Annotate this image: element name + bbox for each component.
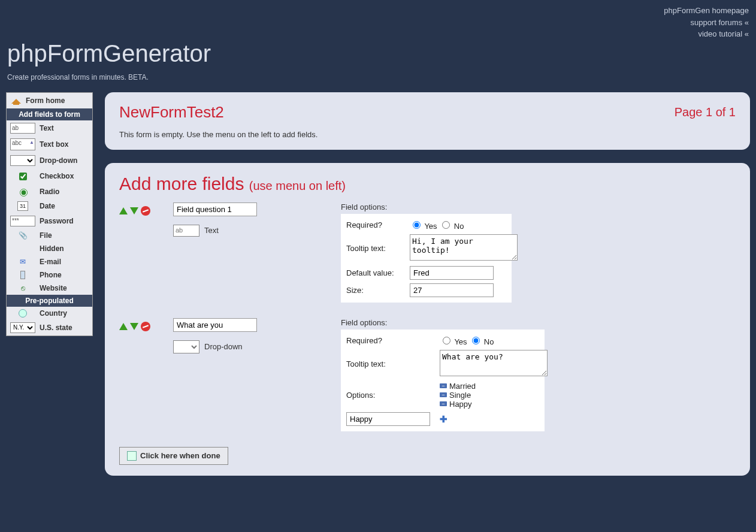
sidebar-item-email[interactable]: ✉ E-mail [7, 255, 92, 268]
option-item[interactable]: −Single [440, 391, 548, 400]
sidebar-item-label: Country [40, 309, 67, 318]
required-no[interactable]: No [469, 337, 494, 346]
done-button[interactable]: Click here when done [119, 447, 228, 465]
sidebar-item-checkbox[interactable]: Checkbox [7, 168, 92, 185]
page-subtitle: Create professional forms in minutes. BE… [7, 73, 756, 81]
move-up-icon[interactable] [119, 207, 128, 214]
add-fields-note: (use menu on left) [249, 179, 346, 192]
required-yes[interactable]: Yes [410, 222, 437, 231]
option-item[interactable]: −Happy [440, 400, 548, 409]
type-sample-icon [173, 340, 199, 353]
tooltip-input[interactable]: Hi, I am your tooltip! [410, 234, 518, 261]
text-sample-icon [10, 123, 35, 134]
add-option-icon[interactable]: ✚ [440, 414, 447, 421]
move-down-icon[interactable] [130, 207, 138, 214]
page-count: Page 1 of 1 [675, 105, 736, 119]
sidebar-item-radio[interactable]: Radio [7, 185, 92, 199]
password-sample-icon [10, 216, 35, 226]
calendar-icon: 31 [17, 201, 28, 211]
default-label: Default value: [346, 268, 406, 277]
home-icon [11, 96, 21, 105]
phone-icon [20, 271, 25, 279]
tooltip-label: Tooltip text: [346, 359, 436, 368]
required-label: Required? [346, 336, 436, 345]
link-homepage[interactable]: phpFormGen homepage [0, 5, 749, 17]
sidebar-item-label: Website [40, 284, 67, 292]
select-sample-icon [10, 155, 35, 166]
sidebar-item-label: E-mail [40, 258, 61, 266]
add-fields-title-text: Add more fields [119, 174, 244, 194]
field-options-label: Field options: [341, 202, 736, 211]
sidebar-item-textbox[interactable]: abc▲ Text box [7, 136, 92, 153]
new-option-input[interactable] [346, 412, 430, 426]
move-up-icon[interactable] [119, 323, 128, 330]
globe-icon [19, 309, 27, 318]
remove-option-icon[interactable]: − [440, 383, 447, 388]
sidebar-item-file[interactable]: 📎 File [7, 229, 92, 242]
textarea-sample-icon: abc▲ [10, 138, 35, 150]
field-row: ab Text Field options: Required? Yes No … [119, 202, 736, 303]
tooltip-input[interactable]: What are you? [440, 350, 548, 376]
sidebar-item-website[interactable]: ⎋ Website [7, 282, 92, 295]
form-title: NewFormTest2 [119, 103, 736, 122]
sidebar-item-label: Phone [40, 271, 62, 279]
sidebar-item-label: Text box [40, 140, 68, 149]
remove-option-icon[interactable]: − [440, 392, 447, 397]
sidebar-item-label: Text [40, 124, 54, 132]
options-label: Options: [346, 391, 436, 400]
sidebar-form-home-label: Form home [26, 96, 65, 105]
size-input[interactable] [410, 283, 494, 297]
move-down-icon[interactable] [130, 323, 138, 330]
add-fields-panel: Add more fields (use menu on left) ab Te… [105, 163, 750, 476]
sidebar-item-text[interactable]: Text [7, 120, 92, 136]
sidebar-item-label: Radio [40, 188, 59, 196]
sidebar-add-header: Add fields to form [7, 108, 92, 120]
type-label: Drop-down [204, 342, 243, 351]
page-title: phpFormGenerator [7, 40, 756, 67]
tooltip-label: Tooltip text: [346, 244, 406, 253]
add-fields-heading: Add more fields (use menu on left) [119, 174, 736, 194]
required-yes[interactable]: Yes [440, 337, 467, 346]
radio-sample-icon [20, 189, 28, 197]
sidebar-item-form-home[interactable]: Form home [7, 93, 92, 108]
sidebar-item-label: Checkbox [40, 172, 74, 180]
sidebar-item-phone[interactable]: Phone [7, 268, 92, 282]
sidebar-prepop-header: Pre-populated [7, 295, 92, 307]
link-tutorial[interactable]: video tutorial « [0, 28, 749, 40]
save-icon [127, 451, 137, 461]
sidebar-item-country[interactable]: Country [7, 307, 92, 320]
sidebar-item-dropdown[interactable]: Drop-down [7, 153, 92, 168]
option-item[interactable]: −Married [440, 382, 548, 391]
field-question-input[interactable] [173, 318, 257, 332]
delete-icon[interactable] [141, 322, 150, 331]
sidebar-item-label: Hidden [40, 244, 64, 253]
sidebar-item-label: Date [40, 202, 55, 210]
field-options-label: Field options: [341, 318, 736, 327]
link-forums[interactable]: support forums « [0, 17, 749, 29]
done-button-label: Click here when done [140, 451, 220, 460]
sidebar-item-label: Drop-down [40, 156, 77, 165]
sidebar-item-date[interactable]: 31 Date [7, 199, 92, 213]
sidebar: Form home Add fields to form Text abc▲ T… [6, 92, 93, 336]
remove-option-icon[interactable]: − [440, 401, 447, 406]
sidebar-item-hidden[interactable]: Hidden [7, 242, 92, 255]
type-label: Text [204, 226, 219, 235]
type-sample-icon: ab [173, 225, 199, 237]
size-label: Size: [346, 286, 406, 295]
empty-message: This form is empty. Use the menu on the … [119, 130, 736, 139]
required-no[interactable]: No [439, 222, 464, 231]
email-icon: ✉ [20, 258, 26, 266]
field-row: Drop-down Field options: Required? Yes N… [119, 318, 736, 431]
checkbox-sample-icon [19, 173, 27, 180]
state-sample-icon: N.Y. [10, 322, 35, 333]
default-input[interactable] [410, 266, 494, 280]
required-label: Required? [346, 220, 406, 229]
website-icon: ⎋ [21, 284, 25, 292]
sidebar-item-label: Password [40, 217, 74, 225]
sidebar-item-password[interactable]: Password [7, 213, 92, 229]
sidebar-item-usstate[interactable]: N.Y. U.S. state [7, 320, 92, 335]
field-question-input[interactable] [173, 202, 257, 216]
paperclip-icon: 📎 [19, 231, 28, 240]
delete-icon[interactable] [141, 206, 150, 216]
sidebar-item-label: File [40, 231, 52, 240]
